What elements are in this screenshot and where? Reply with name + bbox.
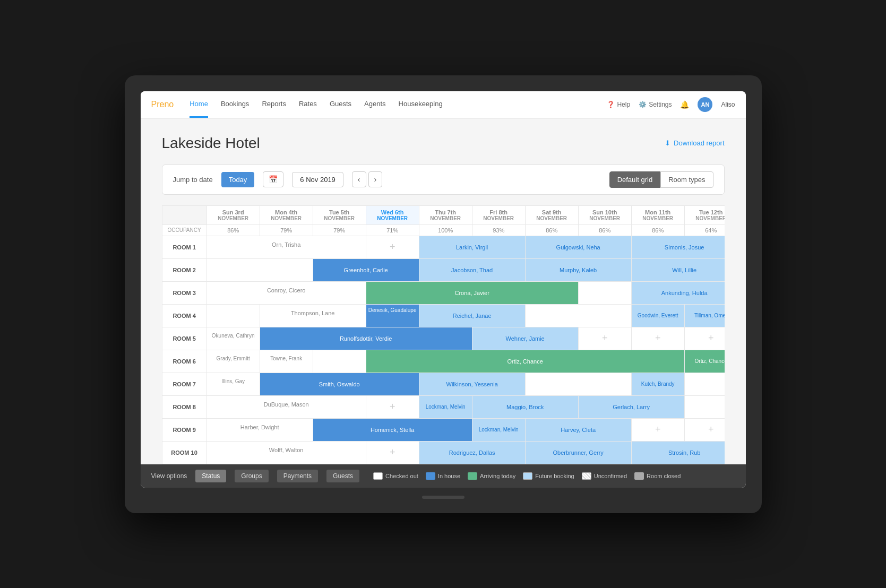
room8-empty[interactable] bbox=[684, 395, 724, 418]
nav-bookings[interactable]: Bookings bbox=[221, 91, 249, 118]
nav-reports[interactable]: Reports bbox=[262, 91, 286, 118]
room5-plus2[interactable]: + bbox=[631, 327, 684, 350]
status-tab-guests[interactable]: Guests bbox=[326, 470, 359, 482]
laptop-frame: Preno Home Bookings Reports Rates Guests… bbox=[125, 75, 762, 513]
occ-2: 79% bbox=[260, 224, 313, 236]
room1-orn[interactable]: Orn, Trisha bbox=[207, 236, 366, 258]
date-nav-arrows: ‹ › bbox=[352, 171, 382, 187]
room9-plus1[interactable]: + bbox=[631, 418, 684, 441]
download-button[interactable]: ⬇ Download report bbox=[665, 139, 724, 147]
status-tab-status[interactable]: Status bbox=[195, 470, 226, 482]
room10-plus[interactable]: + bbox=[366, 441, 419, 464]
room8-plus[interactable]: + bbox=[366, 395, 419, 418]
today-button[interactable]: Today bbox=[221, 172, 255, 187]
calendar-icon-button[interactable]: 📅 bbox=[263, 171, 283, 187]
room9-lockman[interactable]: Lockman, Melvin bbox=[472, 418, 525, 441]
room-row-5: ROOM 5 Okuneva, Cathryn Runolfsdottir, V… bbox=[162, 327, 725, 350]
room7-empty2[interactable] bbox=[684, 373, 724, 395]
room-4-label: ROOM 4 bbox=[162, 304, 207, 327]
room6-grady[interactable]: Grady, Emmitt bbox=[207, 350, 260, 373]
room6-towne[interactable]: Towne, Frank bbox=[260, 350, 313, 373]
room9-harvey[interactable]: Harvey, Cleta bbox=[525, 418, 631, 441]
room3-crona[interactable]: Crona, Javier bbox=[366, 281, 578, 304]
room9-plus2[interactable]: + bbox=[684, 418, 724, 441]
prev-date-button[interactable]: ‹ bbox=[352, 171, 366, 187]
room8-maggio[interactable]: Maggio, Brock bbox=[472, 395, 578, 418]
room3-empty[interactable] bbox=[578, 281, 631, 304]
room8-lockman[interactable]: Lockman, Melvin bbox=[419, 395, 472, 418]
room7-smith[interactable]: Smith, Oswaldo bbox=[260, 373, 419, 395]
room4-reichel[interactable]: Reichel, Janae bbox=[419, 304, 525, 327]
nav-home[interactable]: Home bbox=[190, 91, 208, 118]
notification-icon[interactable]: 🔔 bbox=[680, 100, 689, 109]
room4-thompson[interactable]: Thompson, Lane bbox=[260, 304, 366, 327]
room6-ortiz2[interactable]: Ortiz, Chance bbox=[684, 350, 724, 373]
room7-illins[interactable]: Illins, Gay bbox=[207, 373, 260, 395]
room2-murphy[interactable]: Murphy, Kaleb bbox=[525, 258, 631, 281]
room2-greenholt[interactable]: Greenholt, Carlie bbox=[313, 258, 419, 281]
status-bar: View options Status Groups Payments Gues… bbox=[141, 464, 746, 488]
room1-larkin[interactable]: Larkin, Virgil bbox=[419, 236, 525, 258]
room7-wilkinson[interactable]: Wilkinson, Yessenia bbox=[419, 373, 525, 395]
nav-agents[interactable]: Agents bbox=[364, 91, 385, 118]
legend-arriving-today: Arriving today bbox=[468, 472, 515, 480]
logo-preno: Preno bbox=[151, 100, 174, 109]
room10-oberbrunner[interactable]: Oberbrunner, Gerry bbox=[525, 441, 631, 464]
default-grid-button[interactable]: Default grid bbox=[609, 171, 660, 188]
room10-rodriguez[interactable]: Rodriguez, Dallas bbox=[419, 441, 525, 464]
room3-conroy[interactable]: Conroy, Cicero bbox=[207, 281, 366, 304]
nav-housekeeping[interactable]: Housekeeping bbox=[399, 91, 443, 118]
occ-1: 86% bbox=[207, 224, 260, 236]
room4-tillman[interactable]: Tillman, Omer bbox=[684, 304, 724, 327]
date-header-row: Sun 3rd NOVEMBER Mon 4th NOVEMBER Tue 5t… bbox=[162, 205, 725, 224]
room5-okuneva[interactable]: Okuneva, Cathryn bbox=[207, 327, 260, 350]
room5-plus1[interactable]: + bbox=[578, 327, 631, 350]
room3-ankunding[interactable]: Ankunding, Hulda bbox=[631, 281, 724, 304]
room4-empty2[interactable] bbox=[525, 304, 631, 327]
room1-simonis[interactable]: Simonis, Josue bbox=[631, 236, 724, 258]
room7-kutch[interactable]: Kutch, Brandy bbox=[631, 373, 684, 395]
room2-jacobson[interactable]: Jacobson, Thad bbox=[419, 258, 525, 281]
legend-in-house: In house bbox=[426, 472, 460, 480]
date-col-5: Thu 7th NOVEMBER bbox=[419, 205, 472, 224]
room1-plus1[interactable]: + bbox=[366, 236, 419, 258]
legend-checked-out: Checked out bbox=[373, 472, 418, 480]
room9-harber[interactable]: Harber, Dwight bbox=[207, 418, 313, 441]
room10-wolff[interactable]: Wolff, Walton bbox=[207, 441, 366, 464]
occ-3: 79% bbox=[313, 224, 366, 236]
view-options-label: View options bbox=[151, 472, 187, 480]
room1-gulgowski[interactable]: Gulgowski, Neha bbox=[525, 236, 631, 258]
room5-wehner[interactable]: Wehner, Jamie bbox=[472, 327, 578, 350]
room-types-button[interactable]: Room types bbox=[660, 171, 713, 188]
next-date-button[interactable]: › bbox=[368, 171, 383, 187]
avatar[interactable]: AN bbox=[698, 97, 712, 112]
room4-goodwin[interactable]: Goodwin, Everett bbox=[631, 304, 684, 327]
nav-guests[interactable]: Guests bbox=[330, 91, 351, 118]
settings-button[interactable]: ⚙️ Settings bbox=[639, 101, 672, 108]
grid-table: Sun 3rd NOVEMBER Mon 4th NOVEMBER Tue 5t… bbox=[162, 205, 725, 464]
help-button[interactable]: ❓ Help bbox=[607, 101, 630, 108]
occ-4: 71% bbox=[366, 224, 419, 236]
room6-ortiz1[interactable]: Ortiz, Chance bbox=[366, 350, 684, 373]
room2-empty[interactable] bbox=[207, 258, 313, 281]
status-tab-groups[interactable]: Groups bbox=[235, 470, 268, 482]
date-col-4-today: Wed 6th NOVEMBER bbox=[366, 205, 419, 224]
room5-plus3[interactable]: + bbox=[684, 327, 724, 350]
room9-homenick[interactable]: Homenick, Stella bbox=[313, 418, 472, 441]
room7-empty[interactable] bbox=[525, 373, 631, 395]
room10-strosin[interactable]: Strosin, Rub bbox=[631, 441, 724, 464]
laptop-chin bbox=[141, 492, 746, 503]
room4-denesik[interactable]: Denesik, Guadalupe bbox=[366, 304, 419, 327]
status-tab-payments[interactable]: Payments bbox=[277, 470, 318, 482]
in-house-swatch bbox=[426, 472, 435, 480]
room-3-label: ROOM 3 bbox=[162, 281, 207, 304]
room8-gerlach[interactable]: Gerlach, Larry bbox=[578, 395, 684, 418]
nav-rates[interactable]: Rates bbox=[299, 91, 317, 118]
room8-dubuque[interactable]: DuBuque, Mason bbox=[207, 395, 366, 418]
room-row-4: ROOM 4 Thompson, Lane Denesik, Guadalupe… bbox=[162, 304, 725, 327]
room2-will[interactable]: Will, Lillie bbox=[631, 258, 724, 281]
room4-empty1[interactable] bbox=[207, 304, 260, 327]
occ-5: 100% bbox=[419, 224, 472, 236]
room5-runolfsdottir[interactable]: Runolfsdottir, Verdie bbox=[260, 327, 472, 350]
room6-empty[interactable] bbox=[313, 350, 366, 373]
